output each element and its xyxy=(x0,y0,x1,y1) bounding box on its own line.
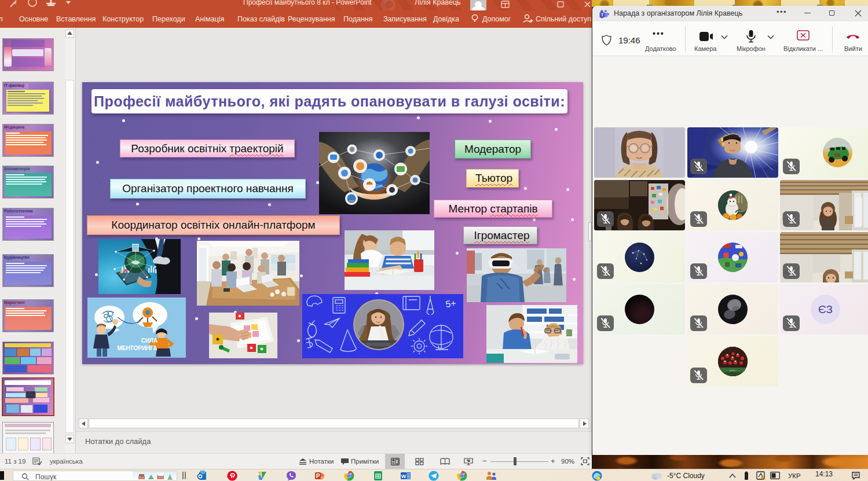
svg-text:W: W xyxy=(401,473,406,479)
svg-text:P: P xyxy=(316,473,320,479)
svg-text:МЕНТОРИНГА: МЕНТОРИНГА xyxy=(117,345,157,351)
svg-text:grass: grass xyxy=(730,369,735,372)
svg-text:5+: 5+ xyxy=(445,298,457,309)
svg-text:T: T xyxy=(601,12,604,17)
svg-text:СИЛА: СИЛА xyxy=(141,337,158,344)
